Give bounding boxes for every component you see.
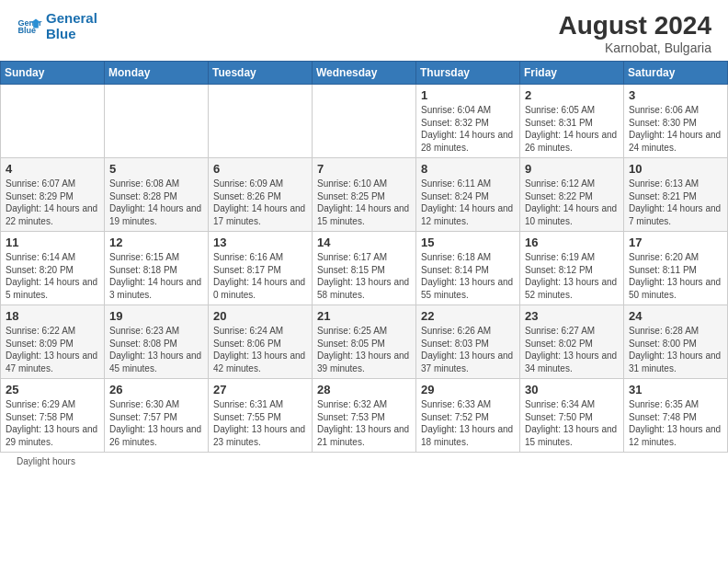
daylight: Daylight: 13 hours and 52 minutes. xyxy=(525,277,617,300)
daylight: Daylight: 13 hours and 55 minutes. xyxy=(421,277,513,300)
daylight: Daylight: 14 hours and 15 minutes. xyxy=(317,203,409,226)
sunset: Sunset: 8:18 PM xyxy=(109,265,177,275)
calendar-day-cell: 10 Sunrise: 6:13 AM Sunset: 8:21 PM Dayl… xyxy=(624,158,728,232)
sunrise: Sunrise: 6:05 AM xyxy=(525,105,595,115)
sunrise: Sunrise: 6:26 AM xyxy=(421,326,491,336)
sunrise: Sunrise: 6:24 AM xyxy=(213,326,283,336)
day-number: 27 xyxy=(213,383,307,396)
day-number: 12 xyxy=(109,236,203,249)
sunrise: Sunrise: 6:31 AM xyxy=(213,399,283,409)
calendar-day-cell: 27 Sunrise: 6:31 AM Sunset: 7:55 PM Dayl… xyxy=(209,379,313,453)
day-number: 7 xyxy=(317,162,411,176)
daylight: Daylight: 14 hours and 12 minutes. xyxy=(421,203,513,226)
sunset: Sunset: 8:09 PM xyxy=(6,339,74,349)
day-info: Sunrise: 6:22 AM Sunset: 8:09 PM Dayligh… xyxy=(6,325,99,374)
day-info: Sunrise: 6:04 AM Sunset: 8:32 PM Dayligh… xyxy=(421,104,515,154)
day-number: 3 xyxy=(629,88,722,102)
day-number: 19 xyxy=(109,309,203,323)
sunrise: Sunrise: 6:12 AM xyxy=(525,178,595,189)
sunset: Sunset: 8:17 PM xyxy=(213,265,281,275)
daylight: Daylight: 13 hours and 58 minutes. xyxy=(317,277,409,300)
day-number: 22 xyxy=(421,309,515,323)
sunrise: Sunrise: 6:25 AM xyxy=(317,326,387,336)
sunset: Sunset: 7:48 PM xyxy=(629,412,697,422)
sunrise: Sunrise: 6:32 AM xyxy=(317,399,387,409)
sunrise: Sunrise: 6:30 AM xyxy=(109,399,179,409)
sunrise: Sunrise: 6:15 AM xyxy=(109,252,179,262)
daylight: Daylight: 13 hours and 18 minutes. xyxy=(421,424,513,447)
sunset: Sunset: 8:15 PM xyxy=(317,265,385,275)
calendar-day-cell: 15 Sunrise: 6:18 AM Sunset: 8:14 PM Dayl… xyxy=(416,232,520,305)
sunset: Sunset: 8:08 PM xyxy=(109,339,177,349)
sunset: Sunset: 8:24 PM xyxy=(421,191,489,201)
calendar-day-cell: 5 Sunrise: 6:08 AM Sunset: 8:28 PM Dayli… xyxy=(105,158,209,232)
sunrise: Sunrise: 6:10 AM xyxy=(317,178,387,189)
calendar-day-cell: 28 Sunrise: 6:32 AM Sunset: 7:53 PM Dayl… xyxy=(313,379,416,453)
calendar-day-cell: 17 Sunrise: 6:20 AM Sunset: 8:11 PM Dayl… xyxy=(624,232,728,305)
day-info: Sunrise: 6:18 AM Sunset: 8:14 PM Dayligh… xyxy=(421,251,515,301)
sunset: Sunset: 8:05 PM xyxy=(317,339,385,349)
calendar-day-cell xyxy=(209,85,313,158)
day-number: 24 xyxy=(629,309,722,323)
sunrise: Sunrise: 6:20 AM xyxy=(629,252,699,262)
sunrise: Sunrise: 6:13 AM xyxy=(629,178,699,189)
sunrise: Sunrise: 6:23 AM xyxy=(109,326,179,336)
sunset: Sunset: 8:12 PM xyxy=(525,265,593,275)
calendar-day-cell: 9 Sunrise: 6:12 AM Sunset: 8:22 PM Dayli… xyxy=(520,158,624,232)
daylight: Daylight: 13 hours and 37 minutes. xyxy=(421,350,513,373)
calendar-day-cell: 13 Sunrise: 6:16 AM Sunset: 8:17 PM Dayl… xyxy=(209,232,313,305)
day-info: Sunrise: 6:06 AM Sunset: 8:30 PM Dayligh… xyxy=(629,104,722,154)
calendar-day-cell: 31 Sunrise: 6:35 AM Sunset: 7:48 PM Dayl… xyxy=(624,379,728,453)
day-number: 17 xyxy=(629,236,722,249)
daylight: Daylight: 14 hours and 3 minutes. xyxy=(109,277,201,300)
sunset: Sunset: 7:50 PM xyxy=(525,412,593,422)
sunrise: Sunrise: 6:19 AM xyxy=(525,252,595,262)
daylight: Daylight: 14 hours and 7 minutes. xyxy=(629,203,721,226)
sunset: Sunset: 7:53 PM xyxy=(317,412,385,422)
svg-text:Blue: Blue xyxy=(17,26,36,35)
day-info: Sunrise: 6:17 AM Sunset: 8:15 PM Dayligh… xyxy=(317,251,411,301)
day-info: Sunrise: 6:29 AM Sunset: 7:58 PM Dayligh… xyxy=(6,398,99,448)
month-year: August 2024 xyxy=(559,11,712,40)
calendar-day-cell: 26 Sunrise: 6:30 AM Sunset: 7:57 PM Dayl… xyxy=(105,379,209,453)
sunset: Sunset: 8:32 PM xyxy=(421,118,489,128)
calendar: SundayMondayTuesdayWednesdayThursdayFrid… xyxy=(0,61,728,453)
sunrise: Sunrise: 6:18 AM xyxy=(421,252,491,262)
sunrise: Sunrise: 6:35 AM xyxy=(629,399,699,409)
day-number: 14 xyxy=(317,236,411,249)
daylight: Daylight: 13 hours and 15 minutes. xyxy=(525,424,617,447)
day-info: Sunrise: 6:20 AM Sunset: 8:11 PM Dayligh… xyxy=(629,251,722,301)
sunset: Sunset: 8:28 PM xyxy=(109,191,177,201)
day-number: 13 xyxy=(213,236,307,249)
sunrise: Sunrise: 6:14 AM xyxy=(6,252,75,262)
day-info: Sunrise: 6:08 AM Sunset: 8:28 PM Dayligh… xyxy=(109,178,203,227)
sunset: Sunset: 7:58 PM xyxy=(6,412,74,422)
sunset: Sunset: 8:20 PM xyxy=(6,265,74,275)
logo-text: GeneralBlue xyxy=(46,11,97,41)
calendar-week-row: 18 Sunrise: 6:22 AM Sunset: 8:09 PM Dayl… xyxy=(1,305,728,379)
footer: Daylight hours xyxy=(0,453,728,470)
day-info: Sunrise: 6:35 AM Sunset: 7:48 PM Dayligh… xyxy=(629,398,722,448)
calendar-day-cell: 22 Sunrise: 6:26 AM Sunset: 8:03 PM Dayl… xyxy=(416,305,520,379)
sunrise: Sunrise: 6:04 AM xyxy=(421,105,491,115)
day-info: Sunrise: 6:07 AM Sunset: 8:29 PM Dayligh… xyxy=(6,178,99,227)
sunset: Sunset: 8:00 PM xyxy=(629,339,697,349)
daylight: Daylight: 14 hours and 28 minutes. xyxy=(421,130,513,153)
daylight: Daylight: 14 hours and 17 minutes. xyxy=(213,203,305,226)
sunrise: Sunrise: 6:07 AM xyxy=(6,178,75,189)
calendar-day-cell: 19 Sunrise: 6:23 AM Sunset: 8:08 PM Dayl… xyxy=(105,305,209,379)
daylight: Daylight: 13 hours and 39 minutes. xyxy=(317,350,409,373)
sunset: Sunset: 8:25 PM xyxy=(317,191,385,201)
day-info: Sunrise: 6:16 AM Sunset: 8:17 PM Dayligh… xyxy=(213,251,307,301)
day-info: Sunrise: 6:24 AM Sunset: 8:06 PM Dayligh… xyxy=(213,325,307,374)
day-info: Sunrise: 6:27 AM Sunset: 8:02 PM Dayligh… xyxy=(525,325,619,374)
sunrise: Sunrise: 6:29 AM xyxy=(6,399,75,409)
sunset: Sunset: 8:30 PM xyxy=(629,118,697,128)
day-of-week-header: Friday xyxy=(520,62,624,85)
calendar-day-cell: 7 Sunrise: 6:10 AM Sunset: 8:25 PM Dayli… xyxy=(313,158,416,232)
day-number: 23 xyxy=(525,309,619,323)
day-info: Sunrise: 6:34 AM Sunset: 7:50 PM Dayligh… xyxy=(525,398,619,448)
sunset: Sunset: 8:14 PM xyxy=(421,265,489,275)
sunset: Sunset: 8:03 PM xyxy=(421,339,489,349)
day-of-week-header: Monday xyxy=(105,62,209,85)
